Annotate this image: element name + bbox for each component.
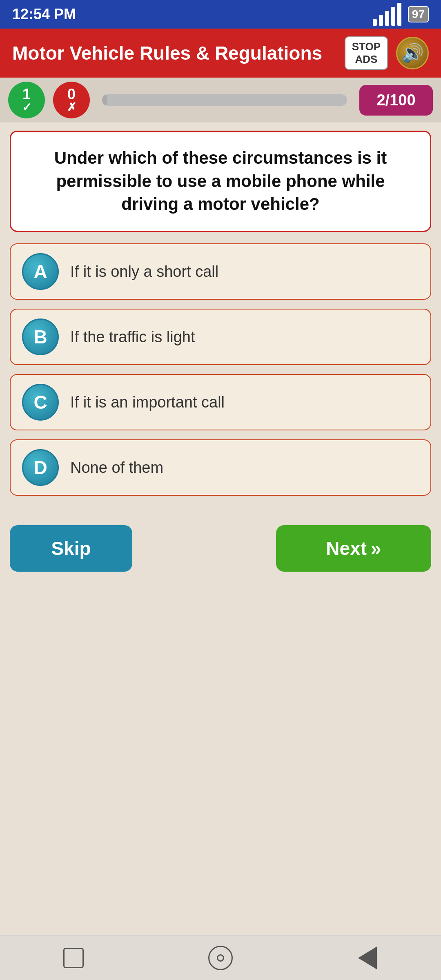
next-button[interactable]: Next » xyxy=(276,525,431,572)
app-title: Motor Vehicle Rules & Regulations xyxy=(12,42,345,64)
option-c-text: If it is an important call xyxy=(70,394,225,411)
bottom-nav-bar xyxy=(0,935,441,980)
option-a-circle: A xyxy=(22,253,59,290)
circle-icon xyxy=(208,946,233,970)
question-text: Under which of these circumstances is it… xyxy=(27,147,414,216)
option-d[interactable]: D None of them xyxy=(10,439,431,496)
score-row: 1 ✓ 0 ✗ 2/100 xyxy=(0,78,441,122)
progress-bar-fill xyxy=(102,94,107,106)
option-b-text: If the traffic is light xyxy=(70,328,195,346)
question-counter: 2/100 xyxy=(359,85,433,116)
status-time: 12:54 PM xyxy=(12,6,76,23)
triangle-back-icon xyxy=(358,947,377,969)
status-bar: 12:54 PM 97 xyxy=(0,0,441,29)
circle-inner-icon xyxy=(217,954,224,962)
sound-button[interactable]: 🔊 xyxy=(396,37,429,69)
speaker-icon: 🔊 xyxy=(401,42,424,64)
option-a-text: If it is only a short call xyxy=(70,263,218,281)
nav-back-button[interactable] xyxy=(351,942,384,974)
progress-bar xyxy=(102,94,347,106)
app-header: Motor Vehicle Rules & Regulations STOPAD… xyxy=(0,29,441,78)
question-box: Under which of these circumstances is it… xyxy=(10,131,431,232)
option-a[interactable]: A If it is only a short call xyxy=(10,243,431,300)
action-buttons: Skip Next » xyxy=(0,517,441,572)
incorrect-score: 0 ✗ xyxy=(53,82,90,118)
option-c-circle: C xyxy=(22,384,59,421)
skip-button[interactable]: Skip xyxy=(10,525,132,572)
stop-ads-button[interactable]: STOPADS xyxy=(345,36,388,70)
nav-home-button[interactable] xyxy=(204,942,237,974)
next-button-label: Next xyxy=(326,537,367,559)
option-b-circle: B xyxy=(22,318,59,355)
option-c[interactable]: C If it is an important call xyxy=(10,374,431,430)
option-b[interactable]: B If the traffic is light xyxy=(10,309,431,365)
next-chevrons-icon: » xyxy=(371,537,381,559)
option-d-circle: D xyxy=(22,449,59,486)
square-icon xyxy=(63,948,84,968)
signal-icon xyxy=(373,3,401,26)
nav-square-button[interactable] xyxy=(57,942,90,974)
status-right-icons: 97 xyxy=(373,3,429,26)
correct-score: 1 ✓ xyxy=(8,82,45,118)
main-content: Under which of these circumstances is it… xyxy=(0,122,441,513)
battery-icon: 97 xyxy=(408,6,429,22)
option-d-text: None of them xyxy=(70,459,163,477)
